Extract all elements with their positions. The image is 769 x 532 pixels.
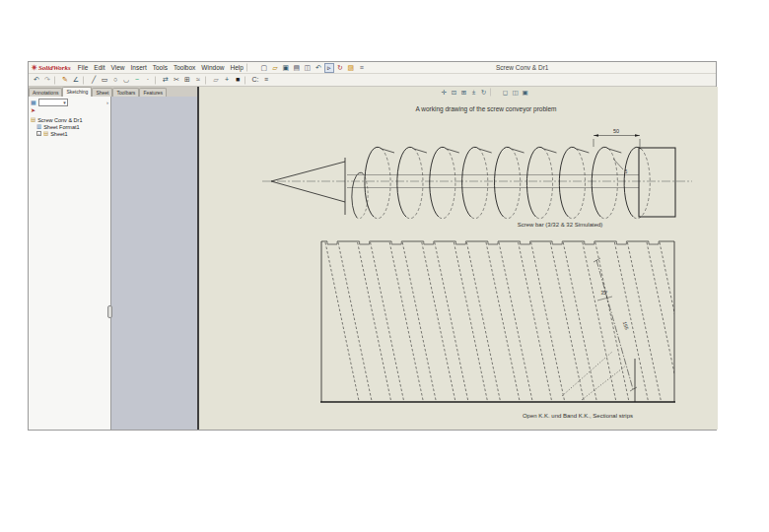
options-icon[interactable]: ≡ bbox=[357, 63, 367, 73]
offset-icon[interactable]: ≈ bbox=[193, 75, 203, 85]
block-icon[interactable]: ■ bbox=[233, 75, 243, 85]
spline-icon[interactable]: ~ bbox=[132, 75, 142, 85]
flight-front-arc bbox=[397, 147, 414, 217]
smart-dimension-icon[interactable]: ∠ bbox=[71, 75, 81, 85]
hidden-lines-icon[interactable]: ◫ bbox=[511, 88, 520, 97]
flight-edge-line bbox=[614, 242, 648, 401]
undo-icon[interactable]: ↶ bbox=[314, 63, 323, 73]
solidworks-window: ✳SolidWorks FileEditViewInsertToolsToolb… bbox=[28, 61, 717, 431]
flight-edge-line bbox=[402, 242, 436, 401]
flight-edge-line bbox=[563, 242, 596, 401]
separator bbox=[155, 76, 159, 85]
circle-icon[interactable]: ○ bbox=[110, 75, 120, 85]
plane-icon[interactable]: ▱ bbox=[211, 75, 221, 85]
undo-icon[interactable]: ↶ bbox=[32, 75, 41, 85]
solidworks-logo-icon: ✳ bbox=[32, 64, 37, 72]
flight-edge-line bbox=[454, 242, 487, 401]
menu-item-view[interactable]: View bbox=[111, 64, 125, 71]
flight-hidden-arc bbox=[406, 149, 423, 219]
flight-edge-line bbox=[550, 242, 584, 401]
wireframe-icon[interactable]: ◻ bbox=[501, 88, 510, 97]
pan-icon[interactable]: ✛ bbox=[440, 88, 449, 97]
menu-item-tools[interactable]: Tools bbox=[153, 64, 168, 71]
menu-item-file[interactable]: File bbox=[78, 64, 88, 71]
flight-front-arc bbox=[559, 147, 576, 217]
app-logo-text: SolidWorks bbox=[38, 64, 71, 72]
select-icon[interactable]: ▹ bbox=[324, 63, 334, 73]
menu-item-edit[interactable]: Edit bbox=[94, 64, 105, 71]
flight-edge-line bbox=[499, 242, 532, 401]
menu-item-toolbox[interactable]: Toolbox bbox=[174, 64, 195, 71]
drawing-svg[interactable]: A working drawing of the screw conveyor … bbox=[199, 87, 718, 430]
dim-length-label: 155 bbox=[622, 321, 630, 331]
view-selector-icon[interactable]: ▦ bbox=[31, 99, 36, 106]
starter-flight bbox=[352, 172, 363, 218]
flight-front-arc bbox=[592, 147, 608, 217]
dim-leader-label: 5 bbox=[625, 169, 628, 174]
shaded-icon[interactable]: ▣ bbox=[521, 88, 529, 97]
layers-icon[interactable]: ≡ bbox=[261, 75, 271, 85]
print-preview-icon[interactable]: ◫ bbox=[303, 63, 313, 73]
zoom-fit-icon[interactable]: ⊡ bbox=[450, 88, 458, 97]
flight-edge-line bbox=[627, 242, 661, 401]
flight-front-arc bbox=[365, 147, 382, 217]
menu-item-window[interactable]: Window bbox=[201, 64, 224, 71]
panel-tabs: AnnotationsSketchingSheetToolbarsFeature… bbox=[29, 87, 197, 97]
tree-root-row[interactable]: ▤ Screw Conv & Dr1 bbox=[31, 116, 108, 123]
open-folder-icon[interactable]: ▱ bbox=[270, 63, 280, 73]
view2-caption: Open K.K. und Band K.K., Sectional strip… bbox=[523, 413, 633, 419]
rectangle-icon[interactable]: ▭ bbox=[100, 75, 109, 85]
new-document-icon[interactable]: ▢ bbox=[259, 63, 269, 73]
drive-icon[interactable]: C: bbox=[250, 75, 260, 85]
save-icon[interactable]: ▣ bbox=[281, 63, 291, 73]
arc-icon[interactable]: ◡ bbox=[121, 75, 131, 85]
rotate-view-icon[interactable]: ↻ bbox=[479, 88, 488, 97]
toolbar-separator bbox=[246, 63, 250, 72]
print-icon[interactable]: ▤ bbox=[292, 63, 302, 73]
window-body: AnnotationsSketchingSheetToolbarsFeature… bbox=[29, 87, 716, 430]
flight-hidden-arc bbox=[600, 149, 617, 219]
panel-tab-toolbars[interactable]: Toolbars bbox=[112, 88, 139, 97]
flight-edge-line bbox=[583, 242, 616, 401]
panel-tab-sketching[interactable]: Sketching bbox=[62, 87, 92, 97]
flight-front-arc bbox=[430, 147, 447, 217]
sketch-icon[interactable]: ✎ bbox=[60, 75, 70, 85]
flight-hidden-arc bbox=[633, 149, 650, 219]
menu-item-help[interactable]: Help bbox=[230, 64, 243, 71]
left-column: AnnotationsSketchingSheetToolbarsFeature… bbox=[29, 87, 197, 430]
color-swatch-icon[interactable]: ▨ bbox=[346, 63, 356, 73]
panel-tab-features[interactable]: Features bbox=[139, 88, 167, 97]
axis-icon[interactable]: + bbox=[222, 75, 232, 85]
tree-row-sheet1[interactable]: + ▤ Sheet1 bbox=[31, 130, 108, 137]
panel-expand-chevron[interactable]: › bbox=[106, 99, 108, 106]
drawing-sheet[interactable]: ✛⊡⊞±↻◻◫▣ A working drawing of the screw … bbox=[197, 87, 718, 430]
bearing-block bbox=[639, 148, 675, 217]
panel-splitter-handle[interactable] bbox=[107, 305, 112, 318]
tree-label-sheet1: Sheet1 bbox=[50, 131, 67, 137]
convert-entities-icon[interactable]: ⊞ bbox=[182, 75, 192, 85]
menu-item-insert[interactable]: Insert bbox=[130, 64, 146, 71]
panel-tab-annotations[interactable]: Annotations bbox=[29, 88, 62, 97]
flight-edge-line bbox=[660, 242, 693, 401]
tree-row-sheet-format[interactable]: ▥ Sheet Format1 bbox=[31, 123, 108, 130]
titlebar: ✳SolidWorks FileEditViewInsertToolsToolb… bbox=[29, 62, 716, 74]
panel-tab-sheet[interactable]: Sheet bbox=[92, 88, 112, 97]
flight-edge-line bbox=[389, 242, 423, 401]
separator bbox=[54, 76, 58, 85]
trim-icon[interactable]: ✂ bbox=[172, 75, 181, 85]
flight-edge-line bbox=[371, 242, 404, 401]
redo-icon[interactable]: ↷ bbox=[42, 75, 52, 85]
expand-plus-icon[interactable]: + bbox=[36, 131, 41, 136]
view-toolbar: ✛⊡⊞±↻◻◫▣ bbox=[440, 88, 529, 97]
line-icon[interactable]: ╱ bbox=[89, 75, 99, 85]
rebuild-icon[interactable]: ↻ bbox=[335, 63, 345, 73]
zoom-area-icon[interactable]: ⊞ bbox=[459, 88, 468, 97]
zoom-in-out-icon[interactable]: ± bbox=[469, 88, 478, 97]
flight-hidden-arc bbox=[536, 149, 553, 219]
flyout-arrow-icon[interactable]: ➤ bbox=[31, 106, 108, 114]
mirror-icon[interactable]: ⇄ bbox=[161, 75, 171, 85]
panel-controls: ▦ ▾ › bbox=[31, 98, 108, 106]
document-title: Screw Conv & Dr1 bbox=[496, 64, 548, 71]
display-pane-combo[interactable]: ▾ bbox=[38, 99, 68, 106]
point-icon[interactable]: · bbox=[143, 75, 153, 85]
